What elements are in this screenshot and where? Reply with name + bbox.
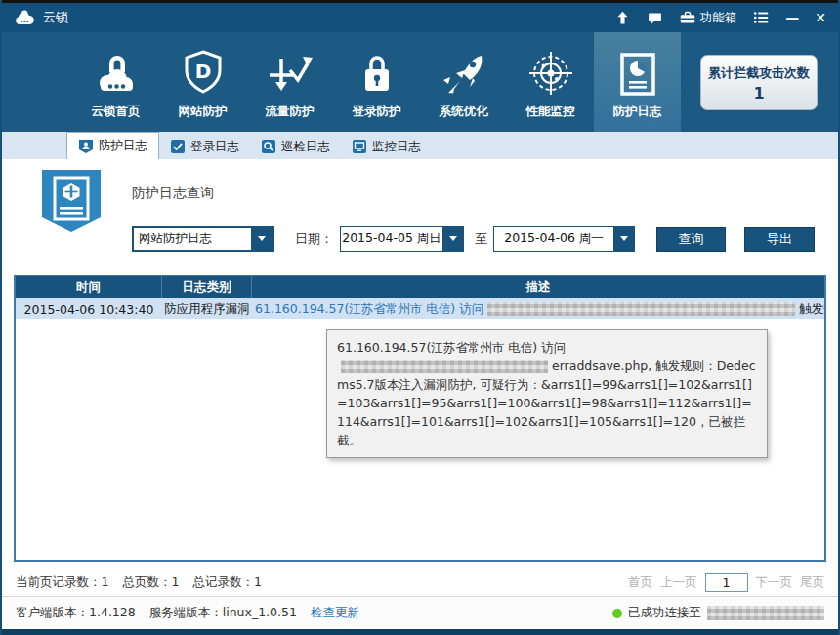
table-header-row: 时间 日志类别 描述: [16, 276, 824, 298]
log-tabstrip: 防护日志 登录日志 巡检日志 监控日志: [2, 132, 838, 159]
tab-inspection-log[interactable]: 巡检日志: [250, 134, 341, 159]
date-label: 日期：: [295, 231, 333, 248]
cloud-lock-icon: [93, 48, 140, 97]
close-button[interactable]: ✕: [815, 11, 826, 24]
filter-row: 网站防护日志 日期： 2015-04-05 周日 至 2015-04-06 周一…: [132, 226, 815, 252]
cell-description: 61.160.194.57(江苏省常州市 电信) 访问 触发规则：Dedec: [252, 301, 824, 318]
redacted-url: [487, 302, 795, 316]
yunsuo-window: 云锁 功能箱 — ✕ 云锁首: [0, 0, 840, 635]
chevron-down-icon[interactable]: [613, 227, 634, 251]
attack-counter-value: 1: [707, 84, 811, 103]
tab-monitor-icon: [352, 139, 367, 154]
nav-item-performance-monitor[interactable]: 性能监控: [507, 32, 594, 132]
rocket-icon: [441, 48, 487, 97]
tab-protection-log[interactable]: 防护日志: [66, 132, 159, 159]
page-number-input[interactable]: [705, 573, 748, 592]
export-button[interactable]: 导出: [744, 227, 815, 252]
tab-shield-person-icon: [78, 139, 94, 154]
nav-item-website-protection[interactable]: D 网站防护: [159, 32, 246, 132]
menu-list-icon[interactable]: [752, 9, 770, 26]
nav-label: 登录防护: [353, 104, 401, 120]
log-table: 时间 日志类别 描述 2015-04-06 10:43:40 防应用程序漏洞 6…: [14, 275, 826, 562]
toolbox-label: 功能箱: [700, 10, 737, 26]
chevron-down-icon[interactable]: [251, 228, 273, 250]
log-type-value: 网站防护日志: [134, 231, 251, 247]
status-row: 当前页记录数：1 总页数：1 总记录数：1 首页 上一页 下一页 尾页: [2, 569, 838, 597]
total-records: 总记录数：1: [192, 574, 261, 591]
tab-label: 监控日志: [372, 139, 421, 155]
tab-login-log[interactable]: 登录日志: [159, 134, 250, 159]
first-page-button[interactable]: 首页: [628, 574, 652, 591]
last-page-button[interactable]: 尾页: [800, 574, 824, 591]
date-from-value: 2015-04-05 周日: [341, 231, 442, 247]
nav-item-protection-log[interactable]: 防护日志: [594, 32, 681, 132]
nav-item-login-protection[interactable]: 登录防护: [333, 32, 420, 132]
main-nav: 云锁首页 D 网站防护 流量防护 登录防护 系统优化: [2, 32, 838, 132]
tab-check-icon: [170, 139, 186, 154]
column-header-category[interactable]: 日志类别: [162, 276, 252, 298]
to-label: 至: [475, 231, 487, 248]
column-header-time[interactable]: 时间: [16, 276, 162, 298]
search-button[interactable]: 查询: [656, 227, 726, 252]
log-chart-icon: [618, 48, 657, 97]
tab-label: 巡检日志: [281, 139, 330, 155]
column-header-description[interactable]: 描述: [252, 276, 824, 298]
shield-d-icon: D: [182, 48, 225, 97]
tab-monitor-log[interactable]: 监控日志: [341, 134, 432, 159]
current-page-records: 当前页记录数：1: [16, 574, 108, 591]
footer-bar: 客户端版本：1.4.128 服务端版本：linux_1.0.51 检查更新 已成…: [2, 597, 838, 629]
shield-d-glyph: D: [194, 60, 211, 83]
nav-item-traffic-protection[interactable]: 流量防护: [246, 32, 333, 132]
window-bottom-edge: [2, 629, 838, 635]
log-type-select[interactable]: 网站防护日志: [132, 226, 274, 252]
protection-log-panel: 防护日志查询 网站防护日志 日期： 2015-04-05 周日 至 2015-0…: [2, 159, 838, 569]
connection-status-text: 已成功连接至: [628, 605, 701, 621]
nav-label: 流量防护: [266, 104, 315, 120]
tab-label: 登录日志: [190, 139, 239, 155]
query-section: 防护日志查询 网站防护日志 日期： 2015-04-05 周日 至 2015-0…: [2, 159, 838, 275]
pagination: 首页 上一页 下一页 尾页: [628, 573, 824, 592]
cell-time: 2015-04-06 10:43:40: [16, 302, 162, 317]
padlock-icon: [359, 48, 395, 97]
toolbox-icon: [679, 9, 696, 26]
description-ip-text[interactable]: 61.160.194.57(江苏省常州市 电信) 访问: [255, 301, 483, 318]
tab-label: 防护日志: [99, 138, 147, 154]
log-detail-tooltip: 61.160.194.57(江苏省常州市 电信) 访问 erraddsave.p…: [326, 329, 768, 458]
chevron-down-icon[interactable]: [442, 227, 463, 251]
cell-category: 防应用程序漏洞: [162, 301, 252, 318]
table-row[interactable]: 2015-04-06 10:43:40 防应用程序漏洞 61.160.194.5…: [16, 298, 824, 319]
description-rule-text: 触发规则：Dedec: [799, 301, 824, 318]
attack-counter-card[interactable]: 累计拦截攻击次数 1: [700, 55, 818, 110]
nav-label: 网站防护: [179, 104, 228, 120]
connection-status: 已成功连接至: [612, 605, 824, 621]
nav-label: 防护日志: [613, 104, 662, 120]
minimize-button[interactable]: —: [785, 11, 799, 24]
client-version: 客户端版本：1.4.128: [16, 605, 136, 621]
titlebar: 云锁 功能箱 — ✕: [2, 3, 838, 32]
toolbox-button[interactable]: 功能箱: [679, 9, 737, 26]
prev-page-button[interactable]: 上一页: [660, 574, 697, 591]
attack-counter-label: 累计拦截攻击次数: [707, 64, 811, 82]
date-to-value: 2015-04-06 周一: [494, 231, 613, 247]
traffic-arrows-icon: [267, 48, 314, 97]
server-version: 服务端版本：linux_1.0.51: [149, 605, 297, 621]
date-from-picker[interactable]: 2015-04-05 周日: [340, 226, 464, 252]
nav-label: 系统优化: [440, 104, 488, 120]
nav-item-home[interactable]: 云锁首页: [72, 32, 159, 132]
titlebar-actions: 功能箱 — ✕: [614, 9, 826, 26]
log-query-banner-icon: [39, 167, 104, 239]
app-lock-icon: [14, 7, 35, 28]
nav-label: 云锁首页: [92, 104, 141, 120]
upgrade-icon[interactable]: [614, 10, 631, 26]
nav-item-system-optimize[interactable]: 系统优化: [420, 32, 507, 132]
check-update-link[interactable]: 检查更新: [311, 605, 359, 621]
nav-label: 性能监控: [526, 104, 575, 120]
date-to-picker[interactable]: 2015-04-06 周一: [493, 226, 635, 252]
redacted-server-address: [707, 606, 824, 620]
total-pages: 总页数：1: [122, 574, 179, 591]
tooltip-ip-text: 61.160.194.57(江苏省常州市 电信) 访问: [337, 340, 566, 355]
message-icon[interactable]: [647, 10, 663, 26]
window-title: 云锁: [43, 9, 68, 26]
next-page-button[interactable]: 下一页: [756, 574, 793, 591]
status-green-dot: [612, 609, 622, 618]
